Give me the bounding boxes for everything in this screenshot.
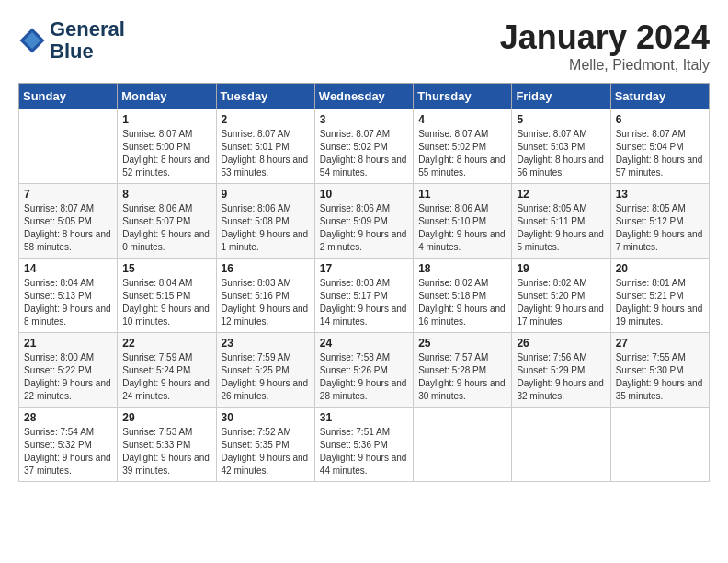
day-cell: 21Sunrise: 8:00 AMSunset: 5:22 PMDayligh… bbox=[19, 333, 118, 408]
day-number: 15 bbox=[122, 262, 210, 275]
day-cell: 8Sunrise: 8:06 AMSunset: 5:07 PMDaylight… bbox=[118, 184, 216, 259]
day-info: Sunrise: 7:58 AMSunset: 5:26 PMDaylight:… bbox=[320, 351, 408, 403]
day-cell: 19Sunrise: 8:02 AMSunset: 5:20 PMDayligh… bbox=[512, 259, 610, 333]
day-cell: 16Sunrise: 8:03 AMSunset: 5:16 PMDayligh… bbox=[216, 259, 314, 333]
day-info: Sunrise: 7:55 AMSunset: 5:30 PMDaylight:… bbox=[616, 351, 704, 403]
day-number: 5 bbox=[517, 113, 605, 126]
day-info: Sunrise: 8:04 AMSunset: 5:15 PMDaylight:… bbox=[122, 277, 210, 328]
day-cell: 4Sunrise: 8:07 AMSunset: 5:02 PMDaylight… bbox=[414, 109, 512, 184]
calendar-table: SundayMondayTuesdayWednesdayThursdayFrid… bbox=[18, 83, 710, 482]
day-number: 7 bbox=[24, 188, 112, 201]
day-info: Sunrise: 7:51 AMSunset: 5:36 PMDaylight:… bbox=[320, 426, 408, 477]
header-row: SundayMondayTuesdayWednesdayThursdayFrid… bbox=[19, 84, 710, 109]
day-cell: 25Sunrise: 7:57 AMSunset: 5:28 PMDayligh… bbox=[414, 333, 512, 408]
day-number: 25 bbox=[418, 337, 506, 350]
day-info: Sunrise: 8:07 AMSunset: 5:01 PMDaylight:… bbox=[222, 128, 310, 179]
day-info: Sunrise: 8:03 AMSunset: 5:17 PMDaylight:… bbox=[320, 277, 408, 328]
day-number: 12 bbox=[517, 188, 605, 201]
day-info: Sunrise: 8:05 AMSunset: 5:12 PMDaylight:… bbox=[616, 202, 704, 254]
day-number: 16 bbox=[222, 262, 310, 275]
day-number: 24 bbox=[320, 337, 408, 350]
month-title: January 2024 bbox=[500, 18, 710, 57]
day-number: 14 bbox=[24, 262, 112, 275]
day-number: 29 bbox=[122, 411, 210, 424]
day-cell: 9Sunrise: 8:06 AMSunset: 5:08 PMDaylight… bbox=[216, 184, 314, 259]
col-header-wednesday: Wednesday bbox=[314, 84, 413, 109]
day-info: Sunrise: 8:07 AMSunset: 5:02 PMDaylight:… bbox=[418, 128, 506, 179]
day-cell: 22Sunrise: 7:59 AMSunset: 5:24 PMDayligh… bbox=[118, 333, 216, 408]
day-cell: 28Sunrise: 7:54 AMSunset: 5:32 PMDayligh… bbox=[19, 408, 118, 482]
day-number: 11 bbox=[418, 188, 506, 201]
day-cell: 20Sunrise: 8:01 AMSunset: 5:21 PMDayligh… bbox=[610, 259, 709, 333]
col-header-thursday: Thursday bbox=[414, 84, 512, 109]
week-row-4: 21Sunrise: 8:00 AMSunset: 5:22 PMDayligh… bbox=[19, 333, 710, 408]
day-number: 26 bbox=[517, 337, 605, 350]
day-info: Sunrise: 8:01 AMSunset: 5:21 PMDaylight:… bbox=[616, 277, 704, 328]
day-info: Sunrise: 8:07 AMSunset: 5:05 PMDaylight:… bbox=[24, 202, 112, 254]
day-number: 31 bbox=[320, 411, 408, 424]
day-number: 23 bbox=[222, 337, 310, 350]
day-info: Sunrise: 8:07 AMSunset: 5:04 PMDaylight:… bbox=[616, 128, 704, 179]
day-number: 27 bbox=[616, 337, 704, 350]
day-cell: 6Sunrise: 8:07 AMSunset: 5:04 PMDaylight… bbox=[610, 109, 709, 184]
title-block: January 2024 Melle, Piedmont, Italy bbox=[500, 18, 710, 74]
day-number: 20 bbox=[616, 262, 704, 275]
week-row-3: 14Sunrise: 8:04 AMSunset: 5:13 PMDayligh… bbox=[19, 259, 710, 333]
logo-line1: General bbox=[50, 18, 125, 40]
day-cell: 23Sunrise: 7:59 AMSunset: 5:25 PMDayligh… bbox=[216, 333, 314, 408]
day-cell: 14Sunrise: 8:04 AMSunset: 5:13 PMDayligh… bbox=[19, 259, 118, 333]
day-cell: 27Sunrise: 7:55 AMSunset: 5:30 PMDayligh… bbox=[610, 333, 709, 408]
logo-icon bbox=[18, 27, 46, 54]
day-info: Sunrise: 7:53 AMSunset: 5:33 PMDaylight:… bbox=[122, 426, 210, 477]
day-cell: 12Sunrise: 8:05 AMSunset: 5:11 PMDayligh… bbox=[512, 184, 610, 259]
day-cell: 31Sunrise: 7:51 AMSunset: 5:36 PMDayligh… bbox=[314, 408, 413, 482]
day-info: Sunrise: 7:56 AMSunset: 5:29 PMDaylight:… bbox=[517, 351, 605, 403]
col-header-sunday: Sunday bbox=[19, 84, 118, 109]
day-info: Sunrise: 7:59 AMSunset: 5:25 PMDaylight:… bbox=[222, 351, 310, 403]
logo-text: General Blue bbox=[50, 18, 125, 63]
location-subtitle: Melle, Piedmont, Italy bbox=[500, 57, 710, 74]
day-cell: 24Sunrise: 7:58 AMSunset: 5:26 PMDayligh… bbox=[314, 333, 413, 408]
day-number: 21 bbox=[24, 337, 112, 350]
day-info: Sunrise: 8:06 AMSunset: 5:10 PMDaylight:… bbox=[418, 202, 506, 254]
col-header-friday: Friday bbox=[512, 84, 610, 109]
day-info: Sunrise: 7:57 AMSunset: 5:28 PMDaylight:… bbox=[418, 351, 506, 403]
day-info: Sunrise: 8:04 AMSunset: 5:13 PMDaylight:… bbox=[24, 277, 112, 328]
day-number: 19 bbox=[517, 262, 605, 275]
day-info: Sunrise: 7:59 AMSunset: 5:24 PMDaylight:… bbox=[122, 351, 210, 403]
day-cell bbox=[512, 408, 610, 482]
day-info: Sunrise: 7:52 AMSunset: 5:35 PMDaylight:… bbox=[222, 426, 310, 477]
day-info: Sunrise: 8:07 AMSunset: 5:00 PMDaylight:… bbox=[122, 128, 210, 179]
day-cell: 17Sunrise: 8:03 AMSunset: 5:17 PMDayligh… bbox=[314, 259, 413, 333]
logo-line2: Blue bbox=[50, 40, 125, 63]
day-info: Sunrise: 8:07 AMSunset: 5:02 PMDaylight:… bbox=[320, 128, 408, 179]
page-header: General Blue January 2024 Melle, Piedmon… bbox=[18, 18, 710, 74]
day-cell: 7Sunrise: 8:07 AMSunset: 5:05 PMDaylight… bbox=[19, 184, 118, 259]
day-number: 9 bbox=[222, 188, 310, 201]
day-cell: 3Sunrise: 8:07 AMSunset: 5:02 PMDaylight… bbox=[314, 109, 413, 184]
day-cell: 26Sunrise: 7:56 AMSunset: 5:29 PMDayligh… bbox=[512, 333, 610, 408]
day-info: Sunrise: 8:00 AMSunset: 5:22 PMDaylight:… bbox=[24, 351, 112, 403]
day-cell: 1Sunrise: 8:07 AMSunset: 5:00 PMDaylight… bbox=[118, 109, 216, 184]
day-info: Sunrise: 8:06 AMSunset: 5:09 PMDaylight:… bbox=[320, 202, 408, 254]
day-number: 2 bbox=[222, 113, 310, 126]
day-cell bbox=[610, 408, 709, 482]
day-cell: 13Sunrise: 8:05 AMSunset: 5:12 PMDayligh… bbox=[610, 184, 709, 259]
day-cell: 15Sunrise: 8:04 AMSunset: 5:15 PMDayligh… bbox=[118, 259, 216, 333]
day-info: Sunrise: 8:03 AMSunset: 5:16 PMDaylight:… bbox=[222, 277, 310, 328]
day-cell: 30Sunrise: 7:52 AMSunset: 5:35 PMDayligh… bbox=[216, 408, 314, 482]
logo: General Blue bbox=[18, 18, 125, 63]
day-number: 8 bbox=[122, 188, 210, 201]
day-info: Sunrise: 8:06 AMSunset: 5:08 PMDaylight:… bbox=[222, 202, 310, 254]
col-header-monday: Monday bbox=[118, 84, 216, 109]
day-info: Sunrise: 8:06 AMSunset: 5:07 PMDaylight:… bbox=[122, 202, 210, 254]
day-number: 13 bbox=[616, 188, 704, 201]
day-number: 18 bbox=[418, 262, 506, 275]
day-info: Sunrise: 8:05 AMSunset: 5:11 PMDaylight:… bbox=[517, 202, 605, 254]
day-number: 30 bbox=[222, 411, 310, 424]
col-header-saturday: Saturday bbox=[610, 84, 709, 109]
day-cell: 18Sunrise: 8:02 AMSunset: 5:18 PMDayligh… bbox=[414, 259, 512, 333]
day-cell: 11Sunrise: 8:06 AMSunset: 5:10 PMDayligh… bbox=[414, 184, 512, 259]
day-number: 1 bbox=[122, 113, 210, 126]
day-cell bbox=[19, 109, 118, 184]
